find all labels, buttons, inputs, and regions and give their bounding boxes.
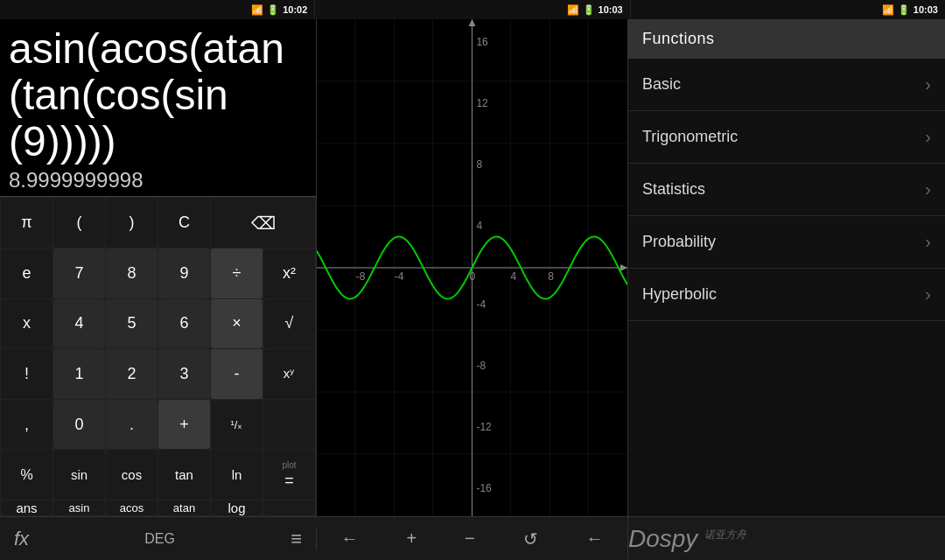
key-cos[interactable]: cos	[106, 450, 158, 500]
status-bar-3: 📶 🔋 10:03	[631, 0, 945, 19]
chinese-text: 诺亚方舟	[704, 528, 746, 540]
signal-icon-3: 📶	[882, 4, 894, 16]
key-log[interactable]: log	[211, 500, 262, 515]
battery-icon-1: 🔋	[267, 4, 279, 16]
key-6[interactable]: 6	[158, 299, 210, 349]
menu-item-basic-label: Basic	[642, 75, 681, 94]
key-comma[interactable]: ,	[1, 400, 52, 450]
key-2[interactable]: 2	[106, 349, 158, 399]
key-pi[interactable]: π	[1, 198, 52, 248]
status-bar-2: 📶 🔋 10:03	[315, 0, 630, 19]
key-0[interactable]: 0	[53, 400, 105, 450]
key-dot[interactable]: .	[106, 400, 158, 450]
menu-header: Functions	[628, 19, 945, 59]
deg-label: DEG	[43, 531, 276, 547]
key-acos[interactable]: acos	[106, 500, 158, 515]
time-1: 10:02	[283, 4, 307, 15]
key-sin[interactable]: sin	[53, 450, 105, 500]
toolbar-arrow-left-btn[interactable]: ←	[325, 517, 374, 561]
graph-panel: 16 12 8 4 -4 -8 -12 -16 -8 -4 0 4 8 // D…	[317, 19, 628, 516]
time-2: 10:03	[598, 4, 623, 15]
key-7[interactable]: 7	[53, 248, 105, 298]
key-atan[interactable]: atan	[158, 500, 210, 515]
key-factorial[interactable]: !	[1, 349, 52, 399]
fx-label[interactable]: fx	[0, 528, 43, 550]
key-backspace[interactable]: ⌫	[211, 198, 315, 248]
key-multiply[interactable]: ×	[211, 299, 262, 349]
key-4[interactable]: 4	[53, 299, 105, 349]
menu-item-hyp-label: Hyperbolic	[642, 285, 717, 304]
calculator-panel: asin(acos(atan(tan(cos(sin(9))))) 8.9999…	[0, 19, 317, 516]
key-clear[interactable]: C	[158, 198, 210, 248]
key-9[interactable]: 9	[158, 248, 210, 298]
key-plus[interactable]: +	[158, 400, 210, 450]
menu-item-trigonometric[interactable]: Trigonometric ›	[628, 111, 945, 164]
key-square[interactable]: x²	[263, 248, 315, 298]
menu-icon[interactable]: ≡	[276, 528, 316, 550]
svg-text:-4: -4	[476, 298, 486, 311]
key-divide[interactable]: ÷	[211, 248, 262, 298]
key-open-paren[interactable]: (	[53, 198, 105, 248]
dospy-text: Dospy	[628, 525, 697, 552]
chevron-right-icon-hyp: ›	[925, 284, 931, 304]
display-area: asin(acos(atan(tan(cos(sin(9))))) 8.9999…	[0, 19, 316, 197]
toolbar-minus-btn[interactable]: −	[449, 517, 491, 561]
chevron-right-icon-prob: ›	[925, 232, 931, 252]
signal-icon-1: 📶	[251, 4, 263, 16]
svg-text:-16: -16	[476, 482, 492, 494]
svg-text:4: 4	[510, 270, 516, 283]
toolbar: fx DEG ≡ ← + − ↺ ← Dospy 诺亚方舟	[0, 516, 945, 560]
chevron-right-icon-stats: ›	[925, 179, 931, 200]
expression-display: asin(acos(atan(tan(cos(sin(9)))))	[9, 26, 307, 164]
toolbar-refresh-btn[interactable]: ↺	[508, 517, 554, 561]
key-e[interactable]: e	[1, 248, 52, 298]
key-minus[interactable]: -	[211, 349, 262, 399]
result-display: 8.9999999998	[9, 168, 307, 192]
key-x[interactable]: x	[1, 299, 52, 349]
battery-icon-3: 🔋	[898, 4, 910, 16]
keypad: π ( ) C ⌫ e 7 8 9 ÷ x² x 4 5 6 × √ ! 1 2…	[0, 197, 316, 516]
status-bar-1: 📶 🔋 10:02	[0, 0, 315, 19]
menu-item-stats-label: Statistics	[642, 180, 705, 199]
key-sqrt[interactable]: √	[263, 299, 315, 349]
svg-text:8: 8	[476, 158, 482, 171]
key-power[interactable]: xʸ	[263, 349, 315, 399]
svg-text:12: 12	[476, 97, 488, 109]
signal-icon-2: 📶	[567, 4, 579, 16]
toolbar-middle-section: ← + − ↺ ←	[317, 517, 628, 560]
menu-item-probability[interactable]: Probability ›	[628, 216, 945, 269]
chevron-right-icon-basic: ›	[925, 74, 931, 94]
key-tan[interactable]: tan	[158, 450, 210, 500]
menu-item-basic[interactable]: Basic ›	[628, 59, 945, 111]
graph-svg: 16 12 8 4 -4 -8 -12 -16 -8 -4 0 4 8	[317, 19, 627, 516]
menu-item-prob-label: Probability	[642, 233, 716, 251]
key-8[interactable]: 8	[106, 248, 158, 298]
toolbar-plus-btn[interactable]: +	[390, 517, 432, 561]
key-plot-equals[interactable]: plot =	[263, 450, 315, 500]
toolbar-left-section: fx DEG ≡	[0, 528, 317, 550]
key-3[interactable]: 3	[158, 349, 210, 399]
key-ans[interactable]: ans	[1, 500, 52, 515]
menu-panel: Functions Basic › Trigonometric › Statis…	[628, 19, 945, 516]
svg-text:-12: -12	[476, 421, 492, 433]
chevron-right-icon-trig: ›	[925, 127, 931, 147]
key-percent[interactable]: %	[1, 450, 52, 500]
key-reciprocal[interactable]: ¹/ₓ	[211, 400, 262, 450]
battery-icon-2: 🔋	[583, 4, 595, 16]
svg-text:8: 8	[548, 270, 554, 283]
key-ln[interactable]: ln	[211, 450, 262, 500]
key-close-paren[interactable]: )	[106, 198, 158, 248]
toolbar-right-section: Dospy 诺亚方舟	[628, 525, 945, 553]
menu-item-trig-label: Trigonometric	[642, 128, 738, 146]
toolbar-arrow-left2-btn[interactable]: ←	[570, 517, 620, 561]
main-content: asin(acos(atan(tan(cos(sin(9))))) 8.9999…	[0, 19, 945, 516]
status-bars: 📶 🔋 10:02 📶 🔋 10:03 📶 🔋 10:03	[0, 0, 945, 19]
key-1[interactable]: 1	[53, 349, 105, 399]
svg-text:-8: -8	[476, 360, 486, 372]
key-asin[interactable]: asin	[53, 500, 105, 515]
key-5[interactable]: 5	[106, 299, 158, 349]
menu-item-statistics[interactable]: Statistics ›	[628, 164, 945, 216]
time-3: 10:03	[914, 4, 938, 15]
menu-item-hyperbolic[interactable]: Hyperbolic ›	[628, 269, 945, 321]
svg-text:16: 16	[476, 36, 488, 48]
